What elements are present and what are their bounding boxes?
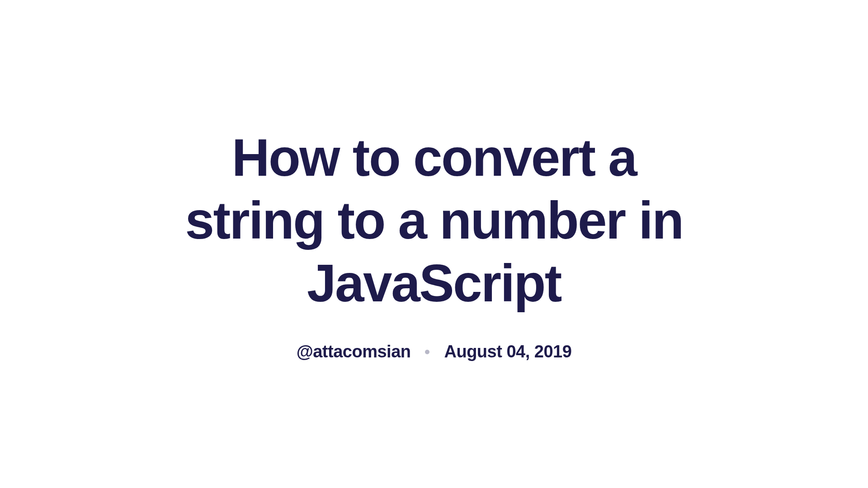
- article-author[interactable]: @attacomsian: [297, 342, 411, 361]
- article-meta: @attacomsian August 04, 2019: [163, 342, 705, 361]
- article-title: How to convert a string to a number in J…: [163, 127, 705, 315]
- article-date: August 04, 2019: [444, 342, 571, 361]
- article-header: How to convert a string to a number in J…: [163, 127, 705, 362]
- meta-separator: [425, 350, 429, 354]
